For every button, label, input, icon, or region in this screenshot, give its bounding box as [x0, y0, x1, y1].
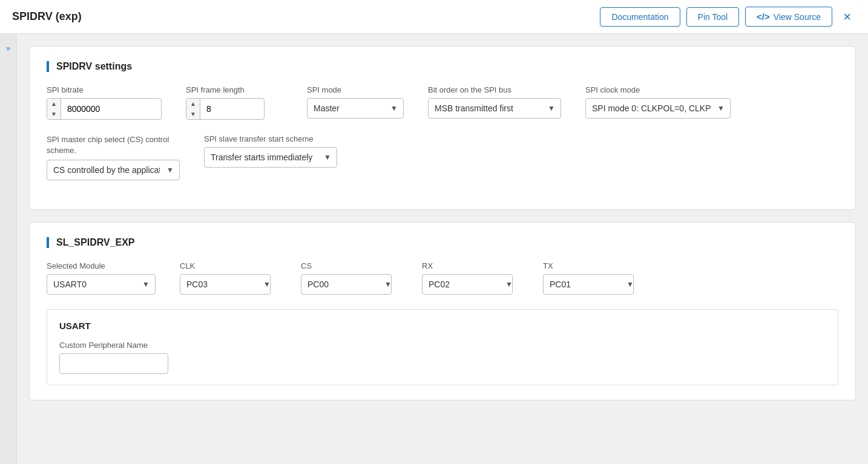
spidrv-row-1: SPI bitrate ▲ ▼ SPI frame length ▲ [47, 85, 838, 120]
selected-module-select[interactable]: USART0 USART1 USART2 [47, 274, 156, 295]
bit-order-select-wrapper: MSB transmitted first LSB transmitted fi… [428, 98, 561, 119]
cs-pin-select[interactable]: PC00 PC01 PC02 PC03 [301, 274, 392, 295]
header-actions: Documentation Pin Tool </> View Source × [600, 7, 856, 27]
usart-title: USART [59, 321, 826, 331]
frame-length-up-arrow[interactable]: ▲ [186, 99, 200, 109]
transfer-start-select-wrapper: Transfer starts immediately Transfer sta… [204, 147, 337, 168]
cs-control-group: SPI master chip select (CS) control sche… [47, 134, 180, 180]
main-layout: » SPIDRV settings SPI bitrate ▲ ▼ [0, 34, 868, 464]
rx-select-wrapper: PC02 PC01 PC00 PC03 ▼ [422, 274, 519, 295]
clk-select-wrapper: PC03 PC02 PC01 PC00 ▼ [180, 274, 277, 295]
frame-length-arrows: ▲ ▼ [186, 99, 200, 119]
page-title: SPIDRV (exp) [12, 10, 82, 23]
sl-spidrv-row-1: Selected Module USART0 USART1 USART2 ▼ C… [47, 261, 838, 295]
tx-group: TX PC01 PC00 PC02 PC03 ▼ [543, 261, 640, 295]
tx-label: TX [543, 261, 640, 270]
cs-control-select-wrapper: CS controlled by the application CS cont… [47, 160, 180, 180]
bitrate-arrows: ▲ ▼ [47, 99, 61, 119]
spi-clock-mode-group: SPI clock mode SPI mode 0: CLKPOL=0, CLK… [585, 85, 731, 120]
rx-label: RX [422, 261, 519, 270]
rx-select[interactable]: PC02 PC01 PC00 PC03 [422, 274, 513, 295]
sl-spidrv-title: SL_SPIDRV_EXP [47, 237, 838, 248]
usart-section: USART Custom Peripheral Name [47, 309, 838, 385]
sidebar-toggle-icon: » [6, 44, 10, 53]
clk-label: CLK [180, 261, 277, 270]
cs-control-label: SPI master chip select (CS) control sche… [47, 134, 180, 156]
transfer-start-group: SPI slave transfer start scheme Transfer… [204, 134, 337, 180]
spi-frame-length-label: SPI frame length [186, 85, 283, 94]
clk-select[interactable]: PC03 PC02 PC01 PC00 [180, 274, 271, 295]
bitrate-up-arrow[interactable]: ▲ [47, 99, 61, 109]
bit-order-group: Bit order on the SPI bus MSB transmitted… [428, 85, 561, 120]
custom-peripheral-name-input[interactable] [59, 353, 168, 374]
spi-clock-mode-select[interactable]: SPI mode 0: CLKPOL=0, CLKPHA=0 SPI mode … [585, 98, 731, 119]
spidrv-row-2: SPI master chip select (CS) control sche… [47, 134, 838, 180]
code-icon: </> [757, 11, 770, 22]
spi-bitrate-input-wrapper: ▲ ▼ [47, 98, 162, 120]
cs-pin-label: CS [301, 261, 398, 270]
view-source-label: View Source [774, 12, 821, 22]
close-button[interactable]: × [838, 7, 856, 27]
bit-order-label: Bit order on the SPI bus [428, 85, 561, 94]
rx-group: RX PC02 PC01 PC00 PC03 ▼ [422, 261, 519, 295]
spidrv-settings-title: SPIDRV settings [47, 61, 838, 72]
tx-select-wrapper: PC01 PC00 PC02 PC03 ▼ [543, 274, 640, 295]
spi-frame-length-input[interactable] [200, 100, 249, 117]
selected-module-label: Selected Module [47, 261, 156, 270]
spi-mode-select-wrapper: Master Slave ▼ [307, 98, 404, 119]
tx-select[interactable]: PC01 PC00 PC02 PC03 [543, 274, 634, 295]
spi-mode-group: SPI mode Master Slave ▼ [307, 85, 404, 120]
sl-spidrv-card: SL_SPIDRV_EXP Selected Module USART0 USA… [29, 222, 856, 400]
documentation-button[interactable]: Documentation [600, 7, 680, 27]
selected-module-group: Selected Module USART0 USART1 USART2 ▼ [47, 261, 156, 295]
selected-module-select-wrapper: USART0 USART1 USART2 ▼ [47, 274, 156, 295]
spi-bitrate-input[interactable] [61, 100, 146, 117]
spi-frame-length-group: SPI frame length ▲ ▼ [186, 85, 283, 120]
spi-clock-mode-select-wrapper: SPI mode 0: CLKPOL=0, CLKPHA=0 SPI mode … [585, 98, 731, 119]
bitrate-down-arrow[interactable]: ▼ [47, 109, 61, 119]
spi-bitrate-group: SPI bitrate ▲ ▼ [47, 85, 162, 120]
header: SPIDRV (exp) Documentation Pin Tool </> … [0, 0, 868, 34]
frame-length-down-arrow[interactable]: ▼ [186, 109, 200, 119]
custom-peripheral-name-group: Custom Peripheral Name [59, 341, 826, 374]
sidebar-toggle[interactable]: » [0, 34, 17, 464]
transfer-start-select[interactable]: Transfer starts immediately Transfer sta… [204, 147, 337, 168]
cs-pin-group: CS PC00 PC01 PC02 PC03 ▼ [301, 261, 398, 295]
spi-mode-select[interactable]: Master Slave [307, 98, 404, 119]
custom-peripheral-name-label: Custom Peripheral Name [59, 341, 826, 350]
pin-tool-button[interactable]: Pin Tool [686, 7, 740, 27]
cs-pin-select-wrapper: PC00 PC01 PC02 PC03 ▼ [301, 274, 398, 295]
bit-order-select[interactable]: MSB transmitted first LSB transmitted fi… [428, 98, 561, 119]
spi-bitrate-label: SPI bitrate [47, 85, 162, 94]
spidrv-settings-card: SPIDRV settings SPI bitrate ▲ ▼ [29, 46, 856, 210]
spi-clock-mode-label: SPI clock mode [585, 85, 731, 94]
spi-mode-label: SPI mode [307, 85, 404, 94]
content-area: SPIDRV settings SPI bitrate ▲ ▼ [17, 34, 868, 464]
clk-group: CLK PC03 PC02 PC01 PC00 ▼ [180, 261, 277, 295]
cs-control-select[interactable]: CS controlled by the application CS cont… [47, 160, 180, 180]
view-source-button[interactable]: </> View Source [745, 7, 832, 27]
transfer-start-label: SPI slave transfer start scheme [204, 134, 337, 143]
frame-length-input-wrapper: ▲ ▼ [186, 98, 265, 120]
